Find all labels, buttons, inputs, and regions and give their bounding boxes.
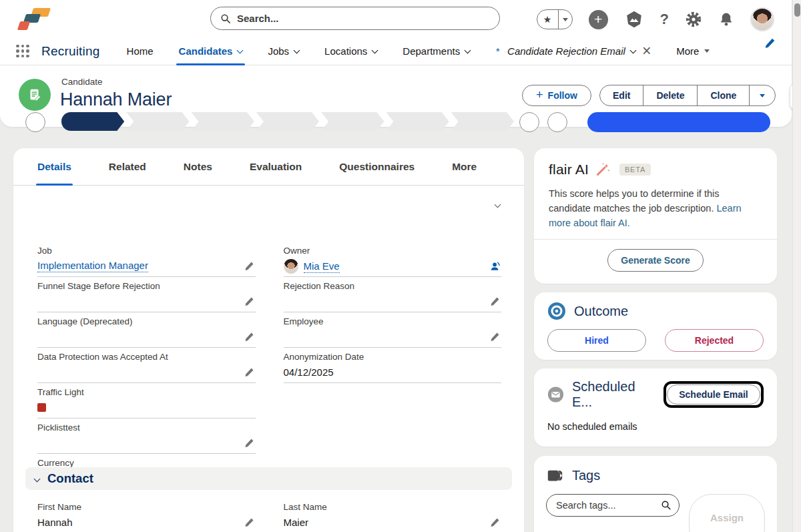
tab-notes[interactable]: Notes bbox=[184, 148, 212, 186]
hired-button[interactable]: Hired bbox=[547, 329, 646, 352]
path-stage[interactable] bbox=[192, 112, 254, 131]
outcome-card: Outcome Hired Rejected bbox=[534, 292, 777, 360]
rejected-button[interactable]: Rejected bbox=[665, 329, 764, 352]
scrollbar-thumb[interactable] bbox=[794, 3, 800, 17]
outcome-title: Outcome bbox=[574, 304, 628, 319]
app-name[interactable]: Recruiting bbox=[41, 44, 100, 59]
magic-wand-icon bbox=[595, 162, 611, 178]
star-icon[interactable] bbox=[537, 10, 558, 29]
trailhead-icon[interactable] bbox=[624, 9, 644, 29]
edit-pencil-icon[interactable] bbox=[490, 332, 500, 342]
path-stage-current[interactable] bbox=[61, 112, 124, 131]
chevron-down-icon[interactable] bbox=[294, 47, 300, 53]
path-stage[interactable] bbox=[256, 112, 319, 131]
field-last-name: Last Name Maier bbox=[284, 498, 502, 532]
path-scroll-right-button[interactable] bbox=[519, 112, 539, 132]
right-sidebar: flair AI BETA This score helps you to de… bbox=[534, 148, 777, 532]
field-employee: Employee bbox=[284, 312, 502, 348]
close-icon[interactable] bbox=[642, 43, 651, 59]
edit-pencil-icon[interactable] bbox=[244, 438, 254, 448]
tag-search-input[interactable] bbox=[546, 494, 680, 517]
path-stage[interactable] bbox=[386, 112, 449, 131]
candidate-funnel-path bbox=[61, 112, 514, 131]
search-placeholder: Search... bbox=[237, 13, 279, 24]
generate-score-button[interactable]: Generate Score bbox=[607, 249, 704, 272]
field-picklisttest: Picklisttest bbox=[37, 419, 256, 454]
edit-pencil-icon[interactable] bbox=[244, 261, 254, 271]
tag-icon bbox=[546, 467, 564, 485]
chevron-down-icon[interactable] bbox=[237, 47, 244, 53]
record-tabs: Details Related Notes Evaluation Questio… bbox=[13, 148, 524, 186]
global-header: Search... Recruiting bbox=[0, 0, 792, 127]
tab-more[interactable]: More bbox=[452, 148, 477, 186]
mail-icon bbox=[547, 386, 564, 403]
delete-button[interactable]: Delete bbox=[643, 85, 698, 105]
edit-button[interactable]: Edit bbox=[600, 85, 643, 105]
path-expand-button[interactable] bbox=[547, 112, 567, 132]
page-scrollbar[interactable] bbox=[792, 0, 801, 532]
app-launcher-icon[interactable] bbox=[16, 45, 29, 58]
nav-tab-locations[interactable]: Locations bbox=[324, 37, 377, 65]
tab-details[interactable]: Details bbox=[37, 148, 71, 186]
global-search-input[interactable]: Search... bbox=[210, 7, 500, 30]
owner-avatar bbox=[284, 259, 298, 274]
path-stage[interactable] bbox=[451, 112, 514, 131]
field-language-deprecated: Language (Deprecated) bbox=[37, 312, 256, 348]
path-scroll-left-button[interactable] bbox=[25, 112, 45, 132]
path-stage[interactable] bbox=[126, 112, 189, 131]
search-icon bbox=[220, 13, 231, 24]
search-icon bbox=[661, 500, 672, 511]
change-owner-icon[interactable] bbox=[489, 260, 501, 272]
nav-tab-jobs[interactable]: Jobs bbox=[268, 37, 299, 65]
more-actions-dropdown[interactable] bbox=[750, 85, 775, 105]
tab-questionnaires[interactable]: Questionnaires bbox=[339, 148, 415, 186]
card-divider bbox=[534, 239, 777, 240]
nav-tab-candidate-rejection-email[interactable]: * Candidate Rejection Email bbox=[495, 37, 651, 65]
edit-pencil-icon[interactable] bbox=[244, 367, 254, 377]
favorites-button[interactable] bbox=[537, 9, 573, 29]
gear-icon[interactable] bbox=[685, 11, 702, 28]
bell-icon[interactable] bbox=[718, 11, 734, 27]
user-avatar[interactable] bbox=[750, 7, 774, 31]
follow-button[interactable]: Follow bbox=[522, 85, 591, 106]
flair-ai-title: flair AI bbox=[549, 162, 589, 178]
unsaved-asterisk: * bbox=[495, 45, 499, 57]
edit-pencil-icon[interactable] bbox=[244, 332, 254, 342]
chevron-down-icon[interactable] bbox=[372, 47, 378, 53]
contact-section-header[interactable]: Contact bbox=[25, 467, 512, 490]
flair-ai-description: This score helps you to determine if thi… bbox=[549, 186, 762, 230]
nav-tab-home[interactable]: Home bbox=[127, 37, 154, 65]
chevron-down-icon[interactable] bbox=[465, 47, 471, 53]
tab-related[interactable]: Related bbox=[109, 148, 146, 186]
schedule-email-button[interactable]: Schedule Email bbox=[667, 384, 760, 405]
chevron-down-icon[interactable] bbox=[629, 47, 636, 53]
edit-pencil-icon[interactable] bbox=[490, 296, 500, 306]
edit-pencil-icon[interactable] bbox=[244, 517, 254, 527]
job-link[interactable]: Implementation Manager bbox=[37, 260, 148, 272]
owner-link[interactable]: Mia Eve bbox=[304, 260, 340, 273]
nav-more-menu[interactable]: More bbox=[676, 37, 710, 65]
flair-logo-icon[interactable] bbox=[16, 5, 53, 33]
plus-icon bbox=[536, 88, 543, 102]
global-add-icon[interactable] bbox=[589, 10, 608, 29]
favorites-dropdown[interactable] bbox=[559, 18, 572, 21]
path-stage[interactable] bbox=[321, 112, 384, 131]
clone-button[interactable]: Clone bbox=[698, 85, 750, 105]
edit-pencil-icon[interactable] bbox=[244, 296, 254, 306]
caret-down-icon bbox=[704, 49, 710, 53]
edit-pencil-icon[interactable] bbox=[490, 517, 500, 527]
record-detail-card: Details Related Notes Evaluation Questio… bbox=[13, 148, 524, 532]
mark-stage-complete-button[interactable] bbox=[587, 112, 770, 132]
nav-tab-candidates[interactable]: Candidates bbox=[179, 37, 243, 65]
field-owner: Owner Mia Eve bbox=[284, 242, 502, 277]
assign-tag-button[interactable]: Assign tag bbox=[689, 494, 765, 532]
tab-evaluation[interactable]: Evaluation bbox=[250, 148, 302, 186]
candidate-record-icon bbox=[19, 79, 51, 111]
nav-tab-departments[interactable]: Departments bbox=[403, 37, 470, 65]
field-rejection-reason: Rejection Reason bbox=[284, 277, 502, 312]
help-icon[interactable] bbox=[660, 11, 669, 28]
flair-ai-card: flair AI BETA This score helps you to de… bbox=[534, 148, 777, 284]
nav-edit-pencil-icon[interactable] bbox=[764, 37, 776, 65]
scheduled-emails-empty-text: No scheduled emails bbox=[547, 421, 764, 432]
scheduled-emails-title: Scheduled E... bbox=[572, 379, 655, 410]
